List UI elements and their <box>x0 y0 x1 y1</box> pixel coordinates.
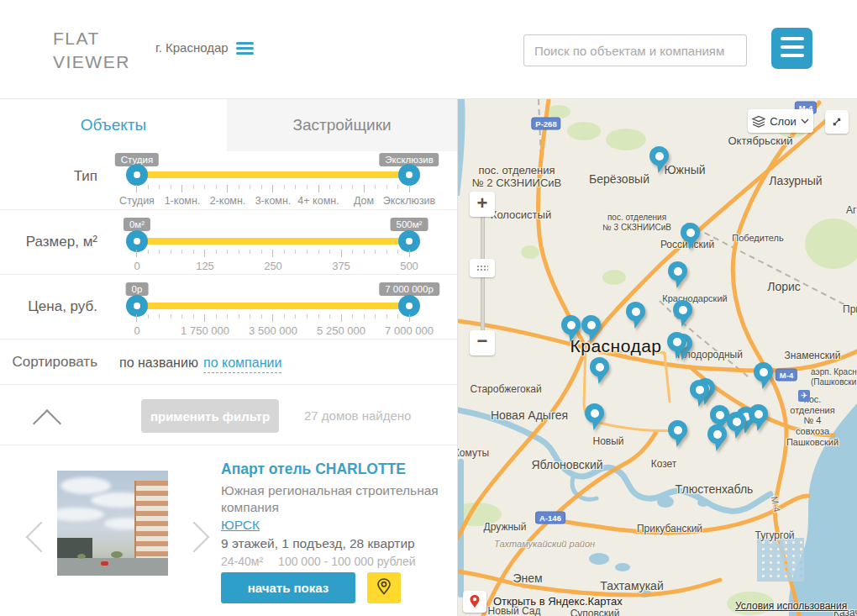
slider-tick <box>341 314 342 322</box>
map-pin[interactable] <box>681 223 700 242</box>
map-pin[interactable] <box>668 261 687 281</box>
slider-tick <box>295 314 296 319</box>
slider-tick <box>307 250 308 254</box>
zoom-in-button[interactable]: + <box>470 192 495 217</box>
city-selector-label[interactable]: г. Краснодар <box>155 40 229 55</box>
slider-tick-label: 7 000 000 <box>385 324 434 337</box>
map-pin[interactable] <box>673 300 692 319</box>
slider-tick-label: 125 <box>196 260 214 272</box>
zoom-out-button[interactable]: − <box>470 330 495 355</box>
listing-size-range: 24-40м² <box>221 555 263 568</box>
sort-by-company-link[interactable]: по компании <box>203 355 281 373</box>
search-input[interactable] <box>523 34 747 66</box>
sort-by-name-link[interactable]: по названию <box>119 355 198 371</box>
slider-tick <box>159 185 160 189</box>
map-pin[interactable] <box>668 420 687 440</box>
city-menu-icon[interactable] <box>236 42 254 55</box>
map-label: Тлюстенхабль <box>676 482 754 496</box>
map-label: Краснодар <box>570 336 661 356</box>
map-pin[interactable] <box>727 412 746 431</box>
yandex-pin-button[interactable] <box>463 591 486 613</box>
company-short-link[interactable]: ЮРСК <box>221 518 260 533</box>
type-slider-track[interactable] <box>137 171 409 178</box>
listing-photo[interactable] <box>57 471 168 576</box>
slider-tick <box>329 185 330 189</box>
slider-tick <box>375 314 376 319</box>
price-slider-track[interactable] <box>137 303 409 309</box>
map-label: Тугургой <box>754 530 794 542</box>
listing-card: Апарт отель CHARLOTTE Южная региональная… <box>0 445 458 616</box>
app-logo: FLAT VIEWER <box>53 27 130 74</box>
map-pin[interactable] <box>581 315 601 334</box>
slider-tick <box>181 250 182 254</box>
layers-label: Слои <box>770 115 797 128</box>
slider-tick <box>171 250 171 254</box>
hamburger-icon <box>781 37 804 57</box>
map-label: Старобжегокай <box>470 384 541 396</box>
map-pin[interactable] <box>626 302 645 321</box>
map-label: Южный <box>664 163 705 176</box>
slider-tick-label: 1 750 000 <box>181 324 229 337</box>
slider-tick-label: Эксклюзив <box>383 195 435 207</box>
slider-tick <box>159 250 160 254</box>
apply-row: применить фильтр 27 домов найдено <box>0 385 458 445</box>
show-on-map-button[interactable] <box>367 572 401 603</box>
map-pin[interactable] <box>690 380 709 399</box>
zoom-slider-handle[interactable] <box>470 259 495 277</box>
map-canvas[interactable]: Октябрьскийпос. отделения № 2 СКЗНИИСиВБ… <box>458 99 857 616</box>
terms-of-use-link[interactable]: Условия использования <box>735 600 847 612</box>
listing-price-range: 100 000 - 100 000 рублей <box>278 555 416 568</box>
main-menu-button[interactable] <box>771 28 812 69</box>
start-show-button[interactable]: начать показ <box>221 572 355 603</box>
collapse-panel-chevron-icon[interactable] <box>33 409 61 438</box>
tab-developers[interactable]: Застройщики <box>227 99 457 151</box>
garden-blocks <box>757 538 804 582</box>
type-label: Тип <box>0 168 97 185</box>
slider-tick <box>181 185 182 192</box>
slider-tick <box>193 314 194 319</box>
filter-row-price: Цена, руб. 0р 7 000 000р 01 750 0003 500… <box>0 275 458 340</box>
slider-tick <box>250 250 250 254</box>
layers-button[interactable]: Слои <box>748 109 813 133</box>
map-pin[interactable] <box>707 424 727 444</box>
listing-title[interactable]: Апарт отель CHARLOTTE <box>221 461 406 478</box>
map-pin[interactable] <box>754 362 773 382</box>
slider-tick <box>261 185 262 189</box>
map-label: Дружный <box>484 522 527 534</box>
carousel-next-icon[interactable] <box>179 522 210 553</box>
tab-objects[interactable]: Объекты <box>0 99 227 151</box>
apply-filter-button[interactable]: применить фильтр <box>141 399 279 433</box>
listing-meta: 24-40м²100 000 - 100 000 рублей <box>221 555 431 568</box>
slider-tick <box>318 185 319 192</box>
map-pin[interactable] <box>649 146 669 166</box>
size-slider-track[interactable] <box>137 238 409 245</box>
slider-tick-label: 250 <box>264 260 282 272</box>
map-pin[interactable] <box>561 315 581 334</box>
map-label: Хомуты <box>458 448 489 460</box>
filter-row-type: Тип Студия Эксклюзив Студия1-комн.2-комн… <box>0 151 458 210</box>
type-slider-handle-min[interactable] <box>126 164 148 186</box>
price-tooltip-right: 7 000 000р <box>379 282 439 296</box>
slider-tick-label: Студия <box>119 195 155 207</box>
open-in-yandex-link[interactable]: Открыть в Яндекс.Картах <box>493 595 623 608</box>
slider-tick <box>341 250 342 257</box>
map-pin[interactable] <box>667 332 686 351</box>
slider-tick <box>250 314 250 319</box>
fullscreen-button[interactable] <box>825 110 849 134</box>
type-slider-handle-max[interactable] <box>398 164 420 186</box>
yandex-pin-icon <box>469 594 481 609</box>
carousel-prev-icon[interactable] <box>26 522 57 553</box>
map-label: Лорис <box>767 280 801 293</box>
slider-tick <box>397 185 398 189</box>
map-pin[interactable] <box>749 404 768 424</box>
price-slider-ticks <box>136 314 410 322</box>
road-badge: А-146 <box>535 512 565 524</box>
slider-tick <box>227 250 228 254</box>
filter-row-size: Размер, м² 0м² 500м² 0125250375500 <box>0 210 458 275</box>
slider-tick <box>227 314 228 319</box>
map-pin[interactable] <box>590 357 609 376</box>
map-pin[interactable] <box>585 403 604 423</box>
size-tooltip-left: 0м² <box>124 218 150 231</box>
slider-tick <box>341 185 342 189</box>
slider-tick <box>409 185 410 192</box>
